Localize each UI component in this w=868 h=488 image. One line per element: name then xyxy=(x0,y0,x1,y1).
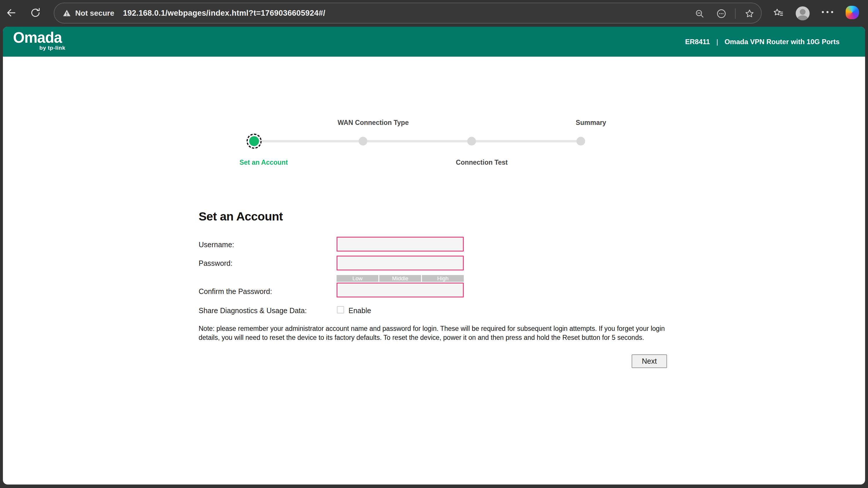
security-label[interactable]: Not secure xyxy=(75,9,114,18)
enable-label: Enable xyxy=(348,306,371,315)
refresh-button[interactable] xyxy=(27,4,44,22)
page-content: Omada by tp-link ER8411 | Omada VPN Rout… xyxy=(3,27,865,485)
username-input[interactable] xyxy=(337,237,464,251)
url-text[interactable]: 192.168.0.1/webpages/index.html?t=176903… xyxy=(123,9,325,18)
copilot-icon[interactable] xyxy=(846,6,859,19)
favorite-star-icon[interactable] xyxy=(741,3,758,24)
avatar-head xyxy=(800,9,806,15)
step-dot-set-an-account xyxy=(247,133,262,149)
omada-logo: Omada by tp-link xyxy=(13,30,65,51)
confirm-password-label: Confirm the Password: xyxy=(198,287,272,296)
step-label-wan-connection-type: WAN Connection Type xyxy=(338,119,409,127)
stepper-track xyxy=(254,140,581,142)
device-product-name: Omada VPN Router with 10G Ports xyxy=(724,38,840,46)
form-title: Set an Account xyxy=(198,210,283,223)
strength-middle: Middle xyxy=(379,275,421,282)
username-label: Username: xyxy=(198,241,234,249)
avatar[interactable] xyxy=(796,6,810,20)
enable-checkbox[interactable] xyxy=(337,306,344,313)
step-label-connection-test: Connection Test xyxy=(456,159,507,166)
password-strength-meter: Low Middle High xyxy=(337,275,464,282)
device-title: ER8411 | Omada VPN Router with 10G Ports xyxy=(685,27,840,57)
avatar-body xyxy=(798,16,808,20)
warning-icon[interactable] xyxy=(62,9,71,18)
favorites-list-icon xyxy=(773,7,784,18)
step-label-set-an-account: Set an Account xyxy=(240,159,288,166)
confirm-password-input[interactable] xyxy=(337,283,464,298)
step-dot-connection-test xyxy=(467,137,476,146)
strength-high: High xyxy=(422,275,464,282)
device-model: ER8411 xyxy=(685,38,710,46)
address-bar[interactable]: Not secure 192.168.0.1/webpages/index.ht… xyxy=(54,3,762,24)
password-label: Password: xyxy=(198,259,232,268)
pill-divider xyxy=(735,8,736,19)
step-dot-wan-connection-type xyxy=(359,137,367,146)
share-diagnostics-label: Share Diagnostics & Usage Data: xyxy=(198,306,307,315)
zoom-out-icon[interactable] xyxy=(691,3,708,24)
device-title-separator: | xyxy=(716,38,718,46)
browser-toolbar: Not secure 192.168.0.1/webpages/index.ht… xyxy=(0,0,868,27)
step-label-summary: Summary xyxy=(576,119,606,127)
step-dot-summary xyxy=(577,137,585,146)
back-icon xyxy=(5,7,17,19)
browser-menu-icon[interactable] xyxy=(822,11,833,13)
password-input[interactable] xyxy=(337,255,464,270)
refresh-icon xyxy=(30,7,41,18)
circled-ellipsis-icon[interactable] xyxy=(713,3,730,24)
next-button[interactable]: Next xyxy=(631,355,667,368)
favorites-list-button[interactable] xyxy=(770,4,787,22)
site-header: Omada by tp-link ER8411 | Omada VPN Rout… xyxy=(3,27,865,57)
active-step-dot xyxy=(249,136,259,146)
strength-low: Low xyxy=(337,275,378,282)
back-button[interactable] xyxy=(2,4,20,22)
note-text: Note: please remember your administrator… xyxy=(198,324,669,342)
brand-name: Omada xyxy=(13,30,65,45)
